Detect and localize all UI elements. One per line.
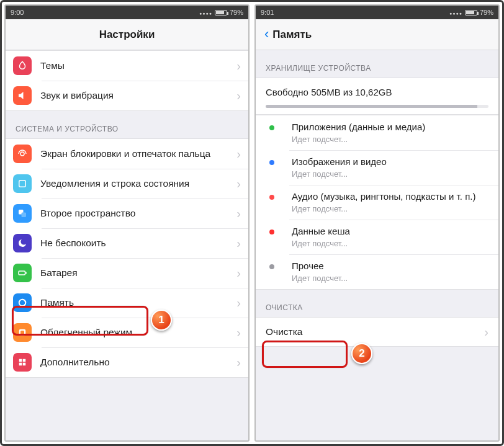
dnd-icon <box>13 234 32 252</box>
statusbar: 9:01 79% <box>256 6 498 19</box>
chevron-right-icon: › <box>232 177 241 191</box>
svg-rect-3 <box>22 213 27 218</box>
chevron-right-icon: › <box>232 326 241 340</box>
row-label: Не беспокоить <box>40 237 232 249</box>
row-label: Дополнительно <box>40 356 232 368</box>
legend-dot-icon <box>269 264 274 269</box>
sound-icon <box>13 86 32 105</box>
storage-legend: Приложения (данные и медиа) Идет подсчет… <box>256 115 498 290</box>
legend-images[interactable]: Изображения и видео Идет подсчет... <box>256 150 498 185</box>
legend-dot-icon <box>269 160 274 165</box>
legend-apps[interactable]: Приложения (данные и медиа) Идет подсчет… <box>256 115 498 150</box>
storage-summary: Свободно 505MB из 10,62GB <box>256 78 498 115</box>
row-label: Второе пространство <box>40 207 232 219</box>
svg-rect-1 <box>19 181 26 187</box>
legend-other[interactable]: Прочее Идет подсчет... <box>256 254 498 289</box>
page-title: Настройки <box>99 29 155 41</box>
chevron-right-icon: › <box>232 59 241 73</box>
chevron-left-icon: ‹ <box>264 27 269 41</box>
legend-dot-icon <box>269 125 274 130</box>
battery-row-icon <box>13 264 32 282</box>
row-label: Темы <box>40 60 232 71</box>
chevron-right-icon: › <box>232 147 241 161</box>
legend-sub: Идет подсчет... <box>292 204 475 213</box>
row-lite-mode[interactable]: Облегченный режим › <box>6 318 248 347</box>
memory-icon <box>13 293 32 312</box>
navbar: Настройки <box>6 19 248 50</box>
row-label: Память <box>40 297 232 308</box>
legend-dot-icon <box>269 230 274 234</box>
svg-rect-10 <box>23 359 26 362</box>
svg-rect-9 <box>19 359 22 362</box>
battery-percent: 79% <box>230 9 243 16</box>
svg-rect-4 <box>19 271 25 275</box>
battery-icon <box>465 10 477 16</box>
free-space-text: Свободно 505MB из 10,62GB <box>266 87 488 97</box>
row-memory[interactable]: Память › <box>6 288 248 318</box>
chevron-right-icon: › <box>232 236 241 251</box>
settings-group-system: Экран блокировки и отпечаток пальца › Ув… <box>6 138 248 378</box>
row-label: Облегченный режим <box>40 326 232 338</box>
fingerprint-icon <box>13 145 32 163</box>
svg-point-0 <box>20 152 24 156</box>
chevron-right-icon: › <box>232 355 241 370</box>
row-sound[interactable]: Звук и вибрация › <box>6 81 248 110</box>
section-header-clean: ОЧИСТКА <box>256 290 498 317</box>
legend-sub: Идет подсчет... <box>292 239 350 248</box>
row-cleanup[interactable]: Очистка › <box>256 317 498 347</box>
row-notifications[interactable]: Уведомления и строка состояния › <box>6 169 248 198</box>
chevron-right-icon: › <box>484 325 488 339</box>
svg-rect-11 <box>19 363 22 366</box>
page-title: Память <box>272 29 312 41</box>
legend-dot-icon <box>269 195 274 200</box>
chevron-right-icon: › <box>232 207 241 221</box>
legend-title: Данные кеша <box>292 226 350 238</box>
section-header-storage: ХРАНИЛИЩЕ УСТРОЙСТВА <box>256 50 498 78</box>
battery-percent: 79% <box>480 9 493 16</box>
section-header-system: СИСТЕМА И УСТРОЙСТВО <box>6 111 248 138</box>
row-label: Экран блокировки и отпечаток пальца <box>40 148 232 159</box>
notifications-icon <box>13 174 32 193</box>
legend-cache[interactable]: Данные кеша Идет подсчет... <box>256 220 498 254</box>
legend-title: Прочее <box>292 261 348 272</box>
row-dnd[interactable]: Не беспокоить › <box>6 228 248 258</box>
row-battery[interactable]: Батарея › <box>6 258 248 288</box>
status-time: 9:01 <box>261 9 274 16</box>
legend-sub: Идет подсчет... <box>292 135 425 144</box>
more-icon <box>13 353 32 372</box>
signal-dots-icon <box>199 9 212 16</box>
row-label: Очистка <box>266 326 302 337</box>
legend-audio[interactable]: Аудио (музыка, рингтоны, подкасты и т. п… <box>256 185 498 220</box>
storage-progress <box>266 105 488 108</box>
storage-progress-fill <box>266 105 477 108</box>
settings-group-appearance: Темы › Звук и вибрация › <box>6 50 248 111</box>
legend-title: Изображения и видео <box>292 156 387 168</box>
legend-sub: Идет подсчет... <box>292 274 348 283</box>
battery-icon <box>215 10 227 16</box>
chevron-right-icon: › <box>232 296 241 310</box>
row-second-space[interactable]: Второе пространство › <box>6 198 248 228</box>
chevron-right-icon: › <box>232 89 241 103</box>
legend-title: Аудио (музыка, рингтоны, подкасты и т. п… <box>292 191 475 203</box>
row-label: Батарея <box>40 267 232 279</box>
screen-settings: 9:00 79% Настройки Темы › <box>4 4 250 442</box>
lite-mode-icon <box>13 323 32 342</box>
back-button[interactable]: ‹ Память <box>264 28 312 42</box>
row-label: Звук и вибрация <box>40 89 232 101</box>
chevron-right-icon: › <box>232 266 241 280</box>
screen-memory: 9:01 79% ‹ Память ХРАНИЛИЩЕ УСТРОЙСТВА С… <box>254 4 500 442</box>
themes-icon <box>13 56 32 75</box>
signal-dots-icon <box>449 9 462 16</box>
row-more[interactable]: Дополнительно › <box>6 347 248 377</box>
status-time: 9:00 <box>11 9 24 16</box>
row-themes[interactable]: Темы › <box>6 51 248 81</box>
second-space-icon <box>13 204 32 223</box>
svg-rect-12 <box>23 363 26 366</box>
svg-rect-8 <box>20 331 24 334</box>
legend-title: Приложения (данные и медиа) <box>292 122 425 133</box>
row-label: Уведомления и строка состояния <box>40 177 232 189</box>
legend-sub: Идет подсчет... <box>292 169 387 179</box>
statusbar: 9:00 79% <box>6 6 248 19</box>
row-lockscreen[interactable]: Экран блокировки и отпечаток пальца › <box>6 139 248 169</box>
navbar: ‹ Память <box>256 19 498 50</box>
